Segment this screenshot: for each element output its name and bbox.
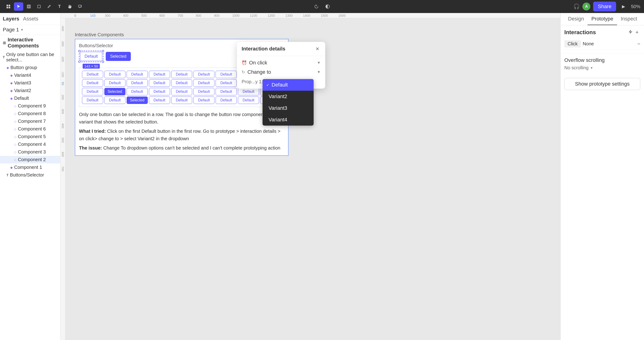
play-button[interactable]: ▶ (619, 2, 628, 11)
grid-btn[interactable]: Default (149, 71, 170, 78)
component-outline-icon: ◇ (14, 104, 16, 108)
layer-item-comp7[interactable]: ◇ Component 7 (0, 117, 60, 125)
grid-btn-selected[interactable]: Selected (126, 97, 148, 104)
component-outline-icon: ◇ (14, 120, 16, 123)
show-prototype-settings-button[interactable]: Show prototype settings (564, 78, 640, 90)
grid-btn[interactable]: Default (104, 71, 126, 78)
resize-handle-br[interactable] (102, 61, 104, 63)
grid-btn[interactable]: Default (104, 79, 126, 87)
pen-tool-button[interactable] (44, 2, 54, 11)
grid-btn[interactable]: Default (238, 88, 259, 95)
layer-item-text1[interactable]: T Only one button can be select... (0, 51, 60, 64)
grid-btn[interactable]: Default (193, 97, 214, 104)
interaction-trigger[interactable]: Click (564, 40, 581, 48)
dialog-dropdown-trigger[interactable]: Default ▼ (264, 78, 320, 85)
component-icon: ◆ (10, 166, 13, 169)
layer-item-comp2[interactable]: ◇ Component 2 (0, 156, 60, 163)
shape-tool-button[interactable] (34, 2, 44, 11)
layer-item-variant3[interactable]: ◆ Variant3 (0, 79, 60, 87)
move-tool-button[interactable] (14, 2, 23, 11)
sidebar-tab-bar: Layers Assets (0, 13, 60, 25)
comment-tool-button[interactable] (75, 2, 84, 11)
overflow-title: Overflow scrolling (564, 57, 640, 63)
grid-btn[interactable]: Default (171, 97, 192, 104)
layer-item-buttons-selector[interactable]: T Buttons/Selector (0, 171, 60, 179)
selected-component-wrapper[interactable]: Default 143 × 50 (79, 51, 104, 62)
grid-btn[interactable]: Default (216, 79, 237, 87)
sidebar-right: Design Prototype Inspect Interactions + … (560, 13, 644, 340)
page-selector[interactable]: Page 1 ▼ (0, 25, 60, 35)
frame-tool-button[interactable] (24, 2, 34, 11)
menu-button[interactable] (4, 2, 13, 11)
svg-rect-3 (8, 7, 10, 8)
grid-btn[interactable]: Default (260, 97, 281, 104)
dialog-action-row[interactable]: ↻ Change to ▼ (242, 69, 320, 75)
layer-item-variant2[interactable]: ◆ Variant2 (0, 87, 60, 94)
grid-btn[interactable]: Default (126, 88, 148, 95)
tab-assets[interactable]: Assets (23, 15, 38, 23)
layer-section-header: ⊞ Interactive Components (0, 35, 60, 51)
share-button[interactable]: Share (593, 2, 616, 12)
grid-btn[interactable]: Default (82, 71, 103, 78)
layer-label: Only one button can be select... (6, 52, 58, 63)
grid-btn[interactable]: Default (149, 79, 170, 87)
layer-item-comp4[interactable]: ◇ Component 4 (0, 140, 60, 148)
grid-btn[interactable]: Default (171, 88, 192, 95)
grid-btn[interactable]: Default (171, 71, 192, 78)
grid-btn[interactable]: Default (82, 97, 103, 104)
topbar-center (312, 2, 332, 11)
grid-btn[interactable]: Default (149, 97, 170, 104)
tab-design[interactable]: Design (564, 13, 588, 25)
tab-inspect[interactable]: Inspect (617, 13, 641, 25)
hand-tool-button[interactable] (65, 2, 74, 11)
grid-btn[interactable]: Default (216, 71, 237, 78)
grid-btn[interactable]: Default (193, 71, 214, 78)
grid-btn[interactable]: Default (104, 97, 126, 104)
grid-btn[interactable]: Default (216, 88, 237, 95)
preview-default-btn[interactable]: Default (80, 52, 102, 61)
topbar: T 🎧 A Share ▶ 50% (0, 0, 644, 13)
dialog-dropdown-value: Default (264, 79, 279, 84)
preview-selected-btn[interactable]: Selected (106, 52, 131, 61)
lightning-icon-button[interactable] (628, 30, 632, 35)
dialog-trigger-row[interactable]: ⏰ On click ▼ (242, 60, 320, 66)
grid-btn[interactable]: Default (82, 88, 103, 95)
add-interaction-button[interactable]: + (634, 29, 640, 36)
grid-btn[interactable]: Default (149, 88, 170, 95)
grid-btn[interactable]: Default (126, 79, 148, 87)
resize-handle-tl[interactable] (78, 50, 80, 52)
layer-item-buttongroup[interactable]: ◆ Button group (0, 64, 60, 71)
grid-btn[interactable]: Default (171, 79, 192, 87)
grid-btn[interactable]: Default (126, 71, 148, 78)
text-tool-button[interactable]: T (55, 2, 64, 11)
tab-prototype[interactable]: Prototype (588, 13, 617, 25)
grid-btn[interactable]: Default (260, 88, 281, 95)
component-outline-icon: ◇ (14, 143, 16, 146)
layer-item-variant4[interactable]: ◆ Variant4 (0, 71, 60, 79)
resize-handle-tr[interactable] (102, 50, 104, 52)
grid-btn[interactable]: Default (193, 88, 214, 95)
grid-btn[interactable]: Default (216, 97, 237, 104)
dialog-close-button[interactable]: ✕ (314, 46, 320, 52)
grid-btn[interactable]: Default (193, 79, 214, 87)
overflow-value-row[interactable]: No scrolling ▼ (564, 65, 640, 71)
grid-btn[interactable]: Default (238, 97, 259, 104)
history-button[interactable] (312, 2, 321, 11)
layer-item-comp8[interactable]: ◇ Component 8 (0, 110, 60, 117)
remove-interaction-button[interactable]: − (637, 41, 640, 47)
layer-item-comp9[interactable]: ◇ Component 9 (0, 102, 60, 110)
resize-handle-bl[interactable] (78, 61, 80, 63)
svg-rect-9 (38, 5, 40, 8)
theme-button[interactable] (323, 2, 332, 11)
grid-btn-selected[interactable]: Selected (104, 88, 126, 95)
tab-layers[interactable]: Layers (3, 15, 19, 23)
layer-item-comp1[interactable]: ◆ Component 1 (0, 163, 60, 171)
layer-item-default[interactable]: ◆ Default (0, 94, 60, 102)
layer-label: Component 6 (18, 126, 46, 132)
layer-item-comp6[interactable]: ◇ Component 6 (0, 125, 60, 133)
component-outline-icon: ◇ (14, 112, 16, 116)
layer-label: Default (14, 96, 29, 101)
layer-item-comp5[interactable]: ◇ Component 5 (0, 133, 60, 140)
layer-item-comp3[interactable]: ◇ Component 3 (0, 148, 60, 156)
grid-btn[interactable]: Default (82, 79, 103, 87)
